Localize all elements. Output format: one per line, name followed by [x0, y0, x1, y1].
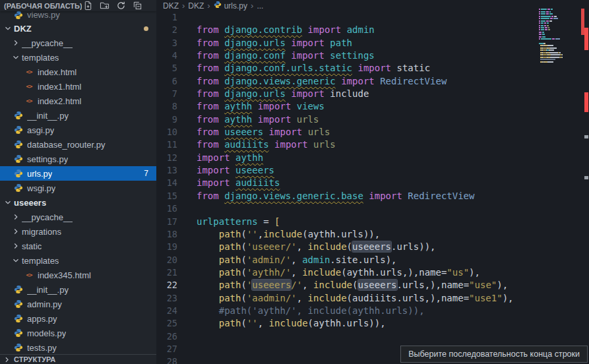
line-number[interactable]: 26 — [156, 330, 188, 343]
line-number[interactable]: 24 — [156, 305, 188, 317]
line-number[interactable]: 14 — [156, 177, 188, 189]
breadcrumb-item[interactable]: DKZ — [188, 1, 204, 11]
minimap[interactable] — [539, 7, 578, 70]
tree-item-views.py[interactable]: views.py — [0, 11, 156, 21]
collapse-folders-icon[interactable] — [131, 1, 143, 11]
tree-item-index.html[interactable]: <>index.html — [0, 65, 156, 79]
line-number[interactable]: 16 — [156, 202, 188, 215]
tree-item-asgi.py[interactable]: asgi.py — [0, 123, 156, 137]
line-number[interactable]: 15 — [156, 190, 188, 202]
line-number[interactable]: 1 — [156, 11, 188, 24]
line-number[interactable]: 27 — [156, 343, 188, 355]
html-icon: <> — [26, 272, 32, 278]
code-line-14[interactable]: 14import audiiits — [156, 177, 589, 189]
code-line-5[interactable]: 5from django.conf.urls.static import sta… — [156, 62, 589, 75]
outline-section-header[interactable]: СТРУКТУРА — [0, 354, 156, 364]
code-line-15[interactable]: 15from django.views.generic.base import … — [156, 190, 589, 202]
line-number[interactable]: 9 — [156, 113, 188, 126]
code-line-24[interactable]: 24 #path('aythh/', include(aythh.urls)), — [156, 305, 589, 317]
chevron-right-icon — [1, 355, 12, 364]
code-line-26[interactable]: 26 — [156, 330, 589, 343]
code-line-6[interactable]: 6from django.views.generic import Redire… — [156, 75, 589, 88]
line-number[interactable]: 4 — [156, 49, 188, 62]
tree-item-settings.py[interactable]: settings.py — [0, 152, 156, 166]
tree-item-migrations[interactable]: migrations — [0, 224, 156, 239]
line-number[interactable]: 22 — [156, 279, 188, 291]
line-number[interactable]: 10 — [156, 126, 188, 138]
code-line-9[interactable]: 9from aythh import urls — [156, 113, 589, 126]
code-line-4[interactable]: 4from django.conf import settings — [156, 49, 589, 62]
code-line-18[interactable]: 18 path('',include(aythh.urls)), — [156, 228, 589, 241]
tree-item-__init__.py[interactable]: __init__.py — [0, 108, 156, 123]
tree-item-index1.html[interactable]: <>index1.html — [0, 79, 156, 94]
tree-item-admin.py[interactable]: admin.py — [0, 297, 156, 311]
line-number[interactable]: 19 — [156, 241, 188, 253]
tree-item-templates[interactable]: templates — [0, 50, 156, 65]
tree-item-templates[interactable]: templates — [0, 253, 156, 268]
code-line-1[interactable]: 1 — [156, 11, 589, 24]
line-number[interactable]: 18 — [156, 228, 188, 241]
line-number[interactable]: 28 — [156, 355, 188, 364]
overview-ruler-mark — [584, 135, 588, 138]
tree-item-__init__.py[interactable]: __init__.py — [0, 282, 156, 297]
python-file-icon — [13, 11, 24, 20]
refresh-explorer-icon[interactable] — [115, 1, 127, 11]
tree-item-wsgi.py[interactable]: wsgi.py — [0, 181, 156, 195]
tree-item-label: index1.html — [38, 82, 81, 92]
tree-item-apps.py[interactable]: apps.py — [0, 311, 156, 326]
explorer-section-header[interactable]: (РАБОЧАЯ ОБЛАСТЬ) ... — [0, 0, 156, 11]
line-number[interactable]: 25 — [156, 317, 188, 330]
code-line-7[interactable]: 7from django.urls import include — [156, 88, 589, 100]
code-line-19[interactable]: 19 path('useeer/', include(useeers.urls)… — [156, 241, 589, 253]
new-file-icon[interactable] — [82, 1, 94, 11]
line-number[interactable]: 8 — [156, 100, 188, 113]
tree-item-urls.py[interactable]: urls.py7 — [0, 166, 156, 181]
line-number[interactable]: 6 — [156, 75, 188, 88]
line-number[interactable]: 12 — [156, 152, 188, 164]
python-file-icon — [13, 299, 24, 309]
code-line-16[interactable]: 16 — [156, 202, 589, 215]
code-line-17[interactable]: 17urlpatterns = [ — [156, 216, 589, 228]
tree-item-useeers[interactable]: useeers — [0, 195, 156, 210]
line-number[interactable]: 13 — [156, 164, 188, 177]
code-line-10[interactable]: 10from useeers import urls — [156, 126, 589, 138]
line-number[interactable]: 17 — [156, 216, 188, 228]
tree-item-__pycache__[interactable]: __pycache__ — [0, 210, 156, 224]
tree-item-index345.html[interactable]: <>index345.html — [0, 268, 156, 282]
breadcrumb-item[interactable]: ... — [257, 1, 263, 11]
new-folder-icon[interactable] — [98, 1, 110, 11]
code-line-8[interactable]: 8from aythh import views — [156, 100, 589, 113]
line-number[interactable]: 2 — [156, 24, 188, 36]
code-line-2[interactable]: 2from django.contrib import admin — [156, 24, 589, 36]
tree-item-models.py[interactable]: models.py — [0, 326, 156, 340]
breadcrumb-item[interactable]: DKZ — [163, 1, 179, 11]
code-line-13[interactable]: 13import useeers — [156, 164, 589, 177]
line-number[interactable]: 7 — [156, 88, 188, 100]
tree-item-label: __pycache__ — [22, 38, 73, 48]
code-area[interactable]: 12from django.contrib import admin3from … — [156, 11, 589, 364]
line-number[interactable]: 5 — [156, 62, 188, 75]
tree-item-static[interactable]: static — [0, 239, 156, 253]
tree-item-__pycache__[interactable]: __pycache__ — [0, 36, 156, 50]
overview-ruler-mark — [584, 92, 588, 112]
tree-item-index2.html[interactable]: <>index2.html — [0, 94, 156, 108]
tree-item-database_roouter.py[interactable]: database_roouter.py — [0, 137, 156, 152]
code-line-11[interactable]: 11from audiiits import urls — [156, 138, 589, 151]
code-line-20[interactable]: 20 path('admin/', admin.site.urls), — [156, 254, 589, 266]
breadcrumb-item[interactable]: urls.py — [214, 1, 247, 11]
tree-item-dkz[interactable]: DKZ — [0, 21, 156, 36]
line-number[interactable]: 11 — [156, 138, 188, 151]
code-line-25[interactable]: 25 path('', include(aythh.urls)), — [156, 317, 589, 330]
line-content: import useeers — [188, 164, 589, 177]
code-line-21[interactable]: 21 path('aythh/', include(aythh.urls,),n… — [156, 266, 589, 279]
line-number[interactable]: 20 — [156, 254, 188, 266]
tree-item-label: views.py — [27, 11, 60, 20]
line-number[interactable]: 23 — [156, 292, 188, 305]
line-number[interactable]: 3 — [156, 37, 188, 49]
code-line-3[interactable]: 3from django.urls import path — [156, 37, 589, 49]
line-number[interactable]: 21 — [156, 266, 188, 279]
code-line-23[interactable]: 23 path('aadmin/', include(audiiits.urls… — [156, 292, 589, 305]
tree-item-tests.py[interactable]: tests.py — [0, 340, 156, 355]
code-line-22[interactable]: 22 path('useeers/', include(useeers.urls… — [156, 279, 589, 291]
code-line-12[interactable]: 12import aythh — [156, 152, 589, 164]
